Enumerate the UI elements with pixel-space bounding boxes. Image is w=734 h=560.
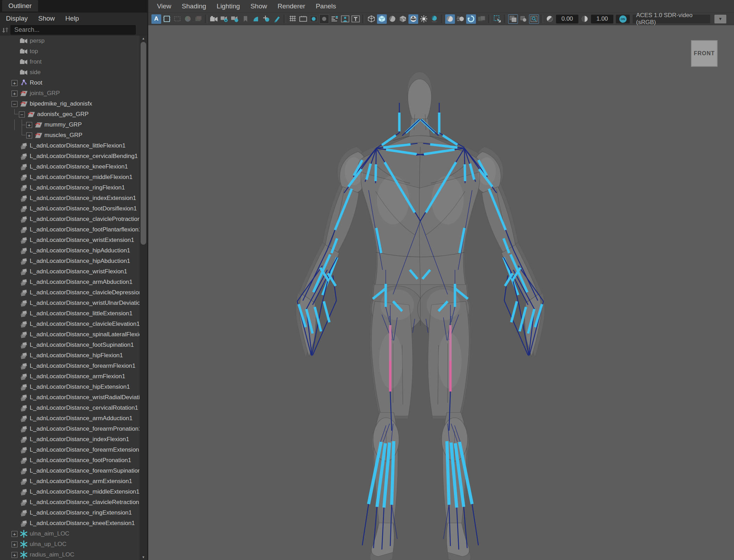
tree-row[interactable]: L_adnLocatorDistance_cervicalRotation1 — [0, 403, 140, 413]
tree-row[interactable]: +mummy_GRP — [0, 120, 140, 130]
letter-a-icon[interactable]: A — [151, 14, 161, 24]
tree-row[interactable]: +ulna_up_LOC — [0, 539, 140, 550]
tree-row[interactable]: L_adnLocatorDistance_indexExtension1 — [0, 193, 140, 203]
tree-row[interactable]: L_adnLocatorDistance_cervicalBending1 — [0, 151, 140, 161]
tree-row[interactable]: L_adnLocatorDistance_middleFlexion1 — [0, 172, 140, 182]
color-wheel-icon[interactable] — [183, 14, 193, 24]
tab-outliner[interactable]: Outliner — [2, 0, 38, 12]
scroll-thumb[interactable] — [141, 42, 146, 245]
lights-icon[interactable] — [419, 14, 429, 24]
color-space-expand-button[interactable]: ▼ — [714, 15, 726, 23]
tree-row[interactable]: L_adnLocatorDistance_hipFlexion1 — [0, 350, 140, 361]
tree-row[interactable]: L_adnLocatorDistance_footPlantarflexion1 — [0, 224, 140, 235]
motion-blur-icon[interactable] — [456, 14, 465, 24]
tree-row[interactable]: L_adnLocatorDistance_wristUlnarDeviation… — [0, 298, 140, 308]
camera-attributes-icon[interactable] — [230, 14, 240, 24]
vp-menu-lighting[interactable]: Lighting — [212, 2, 245, 10]
vp-menu-shading[interactable]: Shading — [177, 2, 212, 10]
safe-title-icon[interactable] — [351, 14, 361, 24]
vp-menu-panels[interactable]: Panels — [311, 2, 341, 10]
tree-row[interactable]: L_adnLocatorDistance_ringFlexion1 — [0, 182, 140, 193]
gamma-field[interactable]: 1.00 — [591, 15, 613, 23]
grid-icon[interactable] — [288, 14, 298, 24]
tree-row[interactable]: L_adnLocatorDistance_footDorsiflexion1 — [0, 203, 140, 214]
expand-toggle[interactable]: + — [26, 132, 32, 138]
menu-display[interactable]: Display — [1, 13, 33, 24]
tree-row[interactable]: L_adnLocatorDistance_indexFlexion1 — [0, 434, 140, 445]
tree-row[interactable]: L_adnLocatorDistance_clavicleProtraction… — [0, 214, 140, 224]
tree-row[interactable]: L_adnLocatorDistance_wristFlexion1 — [0, 266, 140, 277]
isolate-select-icon[interactable] — [492, 14, 502, 24]
image-plane-icon[interactable] — [193, 14, 203, 24]
tree-row[interactable]: L_adnLocatorDistance_littleFlexion1 — [0, 141, 140, 151]
vp-menu-renderer[interactable]: Renderer — [272, 2, 311, 10]
gate-mask-icon[interactable] — [319, 14, 329, 24]
expand-toggle[interactable]: + — [12, 91, 17, 96]
marquee-icon[interactable] — [172, 14, 182, 24]
tree-row[interactable]: L_adnLocatorDistance_kneeExtension1 — [0, 518, 140, 529]
tree-row[interactable]: front — [0, 57, 140, 67]
tree-row[interactable]: L_adnLocatorDistance_clavicleRetraction1 — [0, 497, 140, 508]
tree-row[interactable]: L_adnLocatorDistance_forearmSupination1 — [0, 466, 140, 476]
scroll-up-arrow[interactable]: ▲ — [140, 36, 147, 41]
tree-row[interactable]: side — [0, 67, 140, 78]
tree-row[interactable]: +ulna_aim_LOC — [0, 529, 140, 539]
camera-lock-icon[interactable] — [220, 14, 229, 24]
tree-row[interactable]: L_adnLocatorDistance_wristExtension1 — [0, 235, 140, 245]
tree-row[interactable]: L_adnLocatorDistance_kneeFlexion1 — [0, 161, 140, 172]
anti-aliasing-icon[interactable] — [466, 14, 476, 24]
textured-shaded-icon[interactable] — [408, 14, 418, 24]
expand-toggle[interactable]: + — [12, 80, 17, 86]
tree-row[interactable]: L_adnLocatorDistance_forearmFlexion1 — [0, 361, 140, 371]
scroll-down-arrow[interactable]: ▼ — [140, 554, 147, 560]
search-input[interactable] — [10, 25, 136, 35]
tree-row[interactable]: L_adnLocatorDistance_armAdduction1 — [0, 413, 140, 424]
default-material-icon[interactable] — [387, 14, 397, 24]
color-management-on-toggle[interactable]: ON — [616, 15, 630, 23]
pan-zoom-icon[interactable] — [251, 14, 261, 24]
resolution-gate-icon[interactable] — [309, 14, 319, 24]
film-gate-icon[interactable] — [162, 14, 172, 24]
exposure-field[interactable]: 0.00 — [556, 15, 578, 23]
tree-row[interactable]: L_adnLocatorDistance_spinalLateralFlexio… — [0, 329, 140, 340]
tree-row[interactable]: L_adnLocatorDistance_footSupination1 — [0, 340, 140, 350]
tree-row[interactable]: L_adnLocatorDistance_forearmExtension1 — [0, 445, 140, 455]
expand-toggle[interactable]: + — [12, 552, 17, 558]
contrast-icon[interactable] — [580, 14, 590, 24]
tree-row[interactable]: persp — [0, 36, 140, 46]
expand-toggle[interactable]: + — [26, 122, 32, 128]
tree-row[interactable]: −adonisfx_geo_GRP — [0, 109, 140, 120]
menu-show[interactable]: Show — [33, 13, 60, 24]
expand-toggle[interactable]: + — [12, 531, 17, 537]
tree-row[interactable]: L_adnLocatorDistance_clavicleDepression1 — [0, 287, 140, 298]
shaded-icon[interactable] — [377, 14, 387, 24]
tree-row[interactable]: L_adnLocatorDistance_hipAdduction1 — [0, 245, 140, 256]
ssao-icon[interactable] — [445, 14, 455, 24]
tree-row[interactable]: −bipedmike_rig_adonisfx — [0, 99, 140, 109]
tree-row[interactable]: top — [0, 46, 140, 57]
camera-icon[interactable] — [209, 14, 219, 24]
tree-row[interactable]: L_adnLocatorDistance_footPronation1 — [0, 455, 140, 466]
viewport-3d-view[interactable]: FRONT — [148, 25, 734, 560]
vp-menu-show[interactable]: Show — [245, 2, 272, 10]
vp-menu-view[interactable]: View — [152, 2, 177, 10]
tree-row[interactable]: +muscles_GRP — [0, 130, 140, 141]
tree-row[interactable]: L_adnLocatorDistance_littleExtension1 — [0, 308, 140, 319]
outliner-scrollbar[interactable]: ▲ ▼ — [140, 36, 147, 560]
tree-row[interactable]: L_adnLocatorDistance_armAbduction1 — [0, 277, 140, 287]
xray-joints-icon[interactable] — [519, 14, 528, 24]
color-space-select[interactable]: ACES 1.0 SDR-video (sRGB) — [633, 15, 710, 23]
xray-icon[interactable] — [508, 14, 518, 24]
expand-toggle[interactable]: − — [19, 112, 25, 117]
tree-row[interactable]: L_adnLocatorDistance_clavicleElevation1 — [0, 319, 140, 329]
tree-row[interactable]: +joints_GRP — [0, 88, 140, 99]
zoom-region-icon[interactable] — [529, 14, 539, 24]
bookmark-icon[interactable] — [241, 14, 250, 24]
expand-toggle[interactable]: − — [12, 101, 17, 107]
textured-icon[interactable] — [398, 14, 408, 24]
menu-help[interactable]: Help — [60, 13, 84, 24]
tree-row[interactable]: L_adnLocatorDistance_hipExtension1 — [0, 382, 140, 392]
tree-row[interactable]: L_adnLocatorDistance_wristRadialDeviatio… — [0, 392, 140, 403]
safe-action-icon[interactable] — [340, 14, 350, 24]
depth-of-field-icon[interactable] — [477, 14, 486, 24]
